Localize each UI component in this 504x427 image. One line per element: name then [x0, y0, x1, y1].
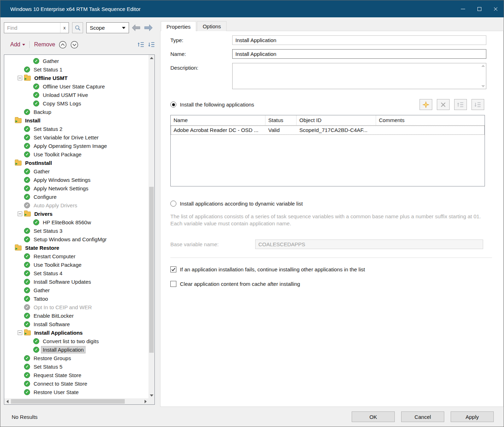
tree-item[interactable]: Drivers	[8, 209, 148, 218]
find-previous-button[interactable]	[131, 24, 141, 31]
find-clear-button[interactable]: x	[60, 23, 69, 33]
tree-item[interactable]: ✓Configure	[8, 192, 148, 201]
task-sequence-tree[interactable]: ✓Gather✓Set Status 1Offline USMT✓Offline…	[4, 55, 148, 398]
tree-item[interactable]: ✓Auto Apply Drivers	[8, 201, 148, 209]
column-header-comments[interactable]: Comments	[376, 115, 485, 125]
applications-table[interactable]: Name Status Object ID Comments Adobe Acr…	[170, 115, 485, 186]
move-application-down-button[interactable]	[471, 99, 484, 110]
tree-horizontal-scrollbar[interactable]	[4, 398, 154, 404]
base-variable-name-field[interactable]	[255, 240, 483, 249]
tree-item[interactable]: ✓Set Status 3	[8, 226, 148, 235]
delete-application-button[interactable]	[437, 99, 450, 110]
tree-item[interactable]: ✓Restore User State	[8, 388, 148, 396]
tree-item[interactable]: ✓Backup	[8, 108, 148, 116]
tree-item[interactable]: ✓Apply Network Settings	[8, 184, 148, 192]
apply-button[interactable]: Apply	[451, 411, 494, 422]
tree-item-label: Offline USMT	[33, 75, 69, 81]
scroll-right-button[interactable]	[142, 398, 148, 404]
tree-item[interactable]: ✓Enable BitLocker	[8, 311, 148, 320]
add-button[interactable]: Add	[10, 41, 25, 48]
step-success-check-icon: ✓	[24, 355, 30, 361]
tree-collapse-toggle-icon[interactable]	[18, 212, 22, 216]
tree-item[interactable]: ✓Apply Windows Settings	[8, 175, 148, 184]
tab-options[interactable]: Options	[197, 21, 227, 31]
move-step-down-button[interactable]	[70, 41, 78, 49]
search-button[interactable]	[72, 22, 83, 33]
name-field[interactable]	[232, 49, 486, 59]
tree-collapse-toggle-icon[interactable]	[18, 330, 22, 335]
tree-item-label: Copy SMS Logs	[41, 100, 82, 107]
tree-item[interactable]: ✓Install Application	[8, 345, 148, 354]
description-scrollbar[interactable]	[480, 63, 486, 89]
maximize-button[interactable]	[471, 0, 487, 17]
scroll-left-button[interactable]	[4, 398, 10, 404]
horizontal-scroll-track[interactable]	[10, 398, 142, 404]
tree-item[interactable]: ✓HP EliteBook 8560w	[8, 218, 148, 226]
continue-on-fail-checkbox[interactable]: If an application installation fails, co…	[170, 266, 493, 272]
tree-item[interactable]: ✓Request State Store	[8, 371, 148, 379]
column-header-status[interactable]: Status	[265, 115, 297, 125]
type-field[interactable]	[232, 35, 486, 45]
tree-item[interactable]: ✓Install Software Updates	[8, 277, 148, 286]
tree-item[interactable]: ✓Unload USMT Hive	[8, 91, 148, 99]
tree-item[interactable]: ✓Opt In to CEIP and WER	[8, 303, 148, 311]
clear-cache-checkbox[interactable]: Clear application content from cache aft…	[170, 281, 493, 287]
tree-item[interactable]: ✓Copy SMS Logs	[8, 99, 148, 108]
scope-dropdown[interactable]: Scope	[86, 22, 129, 33]
tree-item[interactable]: ✓Set Status 1	[8, 65, 148, 74]
move-step-up-button[interactable]	[59, 41, 67, 49]
tree-item[interactable]: Install Applications	[8, 328, 148, 337]
find-next-button[interactable]	[143, 24, 153, 31]
tab-properties[interactable]: Properties	[161, 21, 196, 31]
tree-item[interactable]: ✓Gather	[8, 286, 148, 294]
ok-button[interactable]: OK	[352, 411, 395, 422]
column-header-object-id[interactable]: Object ID	[297, 115, 376, 125]
find-input[interactable]	[4, 25, 60, 31]
tree-item[interactable]: ✓Gather	[8, 167, 148, 175]
vertical-scroll-thumb[interactable]	[149, 187, 154, 353]
tree-item[interactable]: ✓Use Toolkit Package	[8, 150, 148, 158]
install-following-applications-radio[interactable]: Install the following applications	[170, 102, 254, 108]
scroll-down-button[interactable]	[148, 392, 154, 398]
scroll-up-button[interactable]	[148, 55, 154, 61]
column-header-name[interactable]: Name	[171, 115, 265, 125]
tree-item[interactable]: ✓Convert list to two digits	[8, 337, 148, 345]
tree-item[interactable]: PostInstall	[8, 158, 148, 167]
tree-item[interactable]: ✓Setup Windows and ConfigMgr	[8, 235, 148, 243]
folder-icon	[15, 246, 22, 250]
tree-item[interactable]: ✓Tattoo	[8, 294, 148, 303]
minimize-button[interactable]	[455, 0, 471, 17]
cancel-button[interactable]: Cancel	[401, 411, 444, 422]
tree-item[interactable]: ✓Set Variable for Drive Letter	[8, 133, 148, 142]
description-field[interactable]	[233, 63, 480, 89]
close-button[interactable]	[487, 0, 504, 17]
tree-item[interactable]: ✓Offline User State Capture	[8, 82, 148, 91]
tree-item[interactable]: Install	[8, 116, 148, 125]
tree-item[interactable]: ✓Set Status 4	[8, 269, 148, 277]
horizontal-scroll-thumb[interactable]	[11, 399, 125, 404]
remove-button[interactable]: Remove	[34, 41, 55, 48]
tree-item[interactable]: ✓Gather	[8, 57, 148, 65]
tree-item[interactable]: State Restore	[8, 243, 148, 252]
titlebar[interactable]: Windows 10 Enterprise x64 RTM Task Seque…	[0, 0, 504, 17]
tree-item[interactable]: ✓Connect to State Store	[8, 379, 148, 388]
new-application-button[interactable]	[420, 99, 432, 110]
tree-item[interactable]: ✓Set Status 5	[8, 362, 148, 371]
tree-item[interactable]: Offline USMT	[8, 74, 148, 82]
move-application-up-button[interactable]	[454, 99, 467, 110]
application-row[interactable]: Adobe Acrobat Reader DC - OSD ... Valid …	[171, 126, 485, 135]
tree-item[interactable]: ✓Set Status 2	[8, 125, 148, 133]
reorder-up-button[interactable]	[137, 41, 145, 48]
tree-item[interactable]: ✓Restart Computer	[8, 252, 148, 260]
tree-item[interactable]: ✓Apply Operating System Image	[8, 142, 148, 150]
tree-collapse-toggle-icon[interactable]	[18, 76, 22, 80]
tree-item-label: Request State Store	[32, 372, 83, 379]
tree-vertical-scrollbar[interactable]	[148, 55, 154, 398]
vertical-scroll-track[interactable]	[148, 61, 154, 392]
tree-item[interactable]: ✓Restore Groups	[8, 354, 148, 362]
tree-item[interactable]: ✓Install Software	[8, 320, 148, 328]
dynamic-variable-list-radio[interactable]: Install applications according to dynami…	[170, 201, 493, 207]
tree-item[interactable]: ✓Use Toolkit Package	[8, 260, 148, 269]
circled-chevron-down-icon	[70, 41, 78, 49]
reorder-down-button[interactable]	[148, 41, 155, 48]
